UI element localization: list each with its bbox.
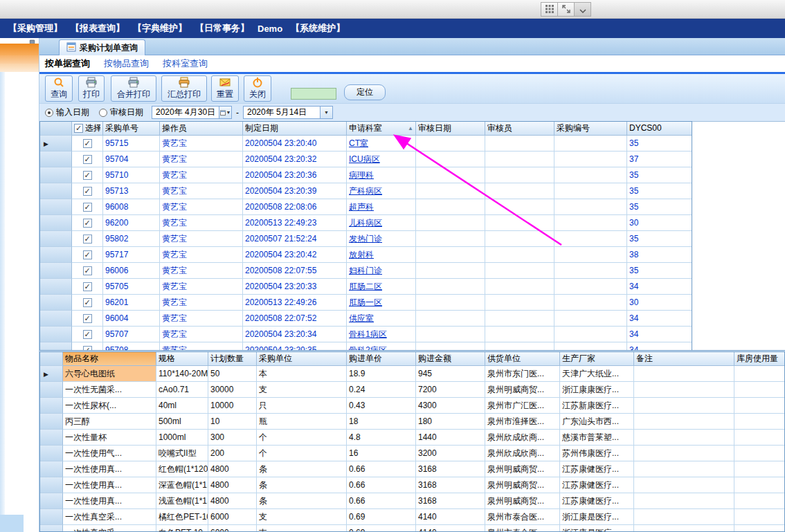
cell-name[interactable]: 一次性无菌采... <box>63 382 156 398</box>
table-row[interactable]: ✓95717黄艺宝20200504 23:20:42放射科38 <box>40 247 692 263</box>
cell-note[interactable] <box>634 525 734 532</box>
cell-auditor[interactable] <box>485 327 554 342</box>
cell-price[interactable]: 18 <box>347 414 416 430</box>
cell-operator[interactable]: 黄艺宝 <box>160 342 243 351</box>
cell-name[interactable]: 一次性真空采... <box>63 509 156 525</box>
tab-by-item[interactable]: 按物品查询 <box>104 57 149 70</box>
cell-created[interactable]: 20200504 23:20:36 <box>243 167 347 183</box>
cell-price[interactable]: 0.66 <box>347 493 416 509</box>
cell-audit_date[interactable] <box>416 167 485 183</box>
cell-spec[interactable]: 1000ml <box>156 430 208 446</box>
cell-qty[interactable]: 4800 <box>208 493 257 509</box>
cell-auditor[interactable] <box>485 247 554 263</box>
cell-dycs[interactable]: 35 <box>627 136 692 152</box>
cell-purchase_no[interactable] <box>554 279 627 295</box>
cell-dept[interactable]: 产科病区 <box>347 183 416 199</box>
table-row[interactable]: ✓96004黄艺宝20200508 22:07:52供应室34 <box>40 311 692 327</box>
cell-amount[interactable]: 180 <box>416 414 485 430</box>
table-row[interactable]: ✓95705黄艺宝20200504 23:20:33肛肠二区34 <box>40 279 692 295</box>
cell-price[interactable]: 4.8 <box>347 430 416 446</box>
table-row[interactable]: ✓96201黄艺宝20200513 22:49:26肛肠一区30 <box>40 295 692 311</box>
date-dropdown-button[interactable]: ▼ <box>320 107 332 118</box>
cell-unit[interactable]: 只 <box>257 398 347 414</box>
cell-order_no[interactable]: 96201 <box>103 295 160 311</box>
cell-auditor[interactable] <box>485 311 554 327</box>
row-checkbox[interactable]: ✓ <box>83 235 92 244</box>
reset-button[interactable]: 重置 <box>211 75 239 102</box>
cell-dycs[interactable]: 37 <box>627 152 692 167</box>
row-indicator[interactable] <box>40 167 72 183</box>
cell-spec[interactable]: 白色PET-10... <box>156 525 208 532</box>
table-row[interactable]: 丙三醇500ml10瓶18180泉州市淮择医...广东汕头市西... <box>40 414 784 430</box>
cell-operator[interactable]: 黄艺宝 <box>160 231 243 247</box>
audit-date-radio[interactable]: 审核日期 <box>99 107 143 118</box>
cell-dycs[interactable]: 30 <box>627 295 692 311</box>
cell-dept[interactable]: 病理科 <box>347 167 416 183</box>
cell-audit_date[interactable] <box>416 247 485 263</box>
column-header[interactable]: 物品名称 <box>63 352 156 366</box>
checkbox-cell[interactable]: ✓ <box>72 279 103 295</box>
cell-qty[interactable]: 300 <box>208 430 257 446</box>
cell-purchase_no[interactable] <box>554 183 627 199</box>
cell-order_no[interactable]: 95713 <box>103 183 160 199</box>
cell-supplier[interactable]: 泉州欣成欣商... <box>485 430 560 446</box>
column-header[interactable]: 购进单价 <box>347 352 416 366</box>
menu-dictionary-maintenance[interactable]: 【字典维护】 <box>129 22 191 35</box>
checkbox-cell[interactable]: ✓ <box>72 231 103 247</box>
column-header[interactable]: 申请科室▲ <box>347 122 416 136</box>
column-header[interactable]: 计划数量 <box>208 352 257 366</box>
cell-auditor[interactable] <box>485 167 554 183</box>
table-row[interactable]: 一次性真空采...橘红色PET-10...6000支0.694140泉州市泰合医… <box>40 509 784 525</box>
row-indicator[interactable] <box>40 183 72 199</box>
cell-name[interactable]: 一次性使用真... <box>63 493 156 509</box>
cell-price[interactable]: 0.66 <box>347 477 416 493</box>
row-indicator[interactable] <box>40 295 72 311</box>
row-indicator[interactable] <box>40 231 72 247</box>
cell-qty[interactable]: 4800 <box>208 461 257 477</box>
column-header[interactable]: 采购单号 <box>103 122 160 136</box>
cell-spec[interactable]: 咬嘴式II型 <box>156 446 208 461</box>
row-checkbox[interactable]: ✓ <box>83 330 92 339</box>
cell-supplier[interactable]: 泉州市泰合医... <box>485 525 560 532</box>
cell-purchase_no[interactable] <box>554 311 627 327</box>
menu-demo[interactable]: Demo <box>253 24 287 34</box>
cell-purchase_no[interactable] <box>554 231 627 247</box>
cell-note[interactable] <box>634 414 734 430</box>
cell-dycs[interactable]: 35 <box>627 167 692 183</box>
cell-audit_date[interactable] <box>416 231 485 247</box>
cell-auditor[interactable] <box>485 136 554 152</box>
row-indicator[interactable]: ▶ <box>40 366 63 382</box>
cell-created[interactable]: 20200504 23:20:34 <box>243 327 347 342</box>
column-header[interactable]: 制定日期 <box>243 122 347 136</box>
cell-qty[interactable]: 4800 <box>208 477 257 493</box>
cell-amount[interactable]: 945 <box>416 366 485 382</box>
cell-note[interactable] <box>634 477 734 493</box>
cell-order_no[interactable]: 95710 <box>103 167 160 183</box>
cell-usage[interactable] <box>734 430 785 446</box>
cell-unit[interactable]: 个 <box>257 446 347 461</box>
cell-operator[interactable]: 黄艺宝 <box>160 199 243 215</box>
cell-operator[interactable]: 黄艺宝 <box>160 215 243 231</box>
cell-name[interactable]: 六导心电图纸 <box>63 366 156 382</box>
cell-order_no[interactable]: 95707 <box>103 327 160 342</box>
cell-created[interactable]: 20200508 22:07:52 <box>243 311 347 327</box>
cell-dept[interactable]: ICU病区 <box>347 152 416 167</box>
tab-by-department[interactable]: 按科室查询 <box>163 57 208 70</box>
checkbox-cell[interactable]: ✓ <box>72 342 103 351</box>
cell-supplier[interactable]: 泉州明威商贸... <box>485 477 560 493</box>
cell-amount[interactable]: 4140 <box>416 525 485 532</box>
date-from-picker[interactable]: 2020年 4月30日 ▼ <box>152 106 232 119</box>
cell-manufacturer[interactable]: 江苏康健医疗... <box>560 493 634 509</box>
cell-auditor[interactable] <box>485 183 554 199</box>
cell-manufacturer[interactable]: 江苏新康医疗... <box>560 398 634 414</box>
more-options-button[interactable] <box>574 2 591 17</box>
cell-note[interactable] <box>634 509 734 525</box>
cell-order_no[interactable]: 96200 <box>103 215 160 231</box>
column-header[interactable]: ✓选择 <box>72 122 103 136</box>
cell-dept[interactable]: CT室 <box>347 136 416 152</box>
cell-amount[interactable]: 1440 <box>416 430 485 446</box>
cell-spec[interactable]: cAo0.71 <box>156 382 208 398</box>
cell-unit[interactable]: 支 <box>257 382 347 398</box>
column-header[interactable]: 购进金额 <box>416 352 485 366</box>
cell-unit[interactable]: 条 <box>257 461 347 477</box>
